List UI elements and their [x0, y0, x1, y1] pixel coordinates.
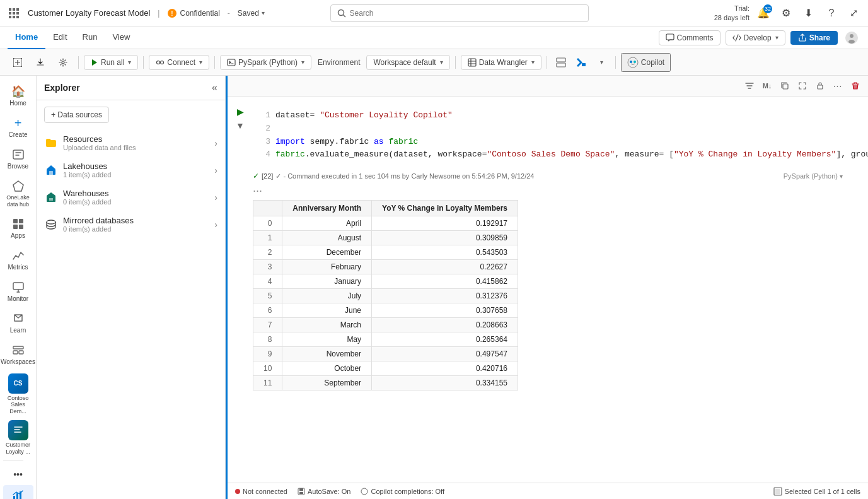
table-cell-value: 0.543503: [372, 245, 518, 260]
comments-button[interactable]: Comments: [659, 30, 720, 45]
vscode-dropdown-button[interactable]: ▾: [593, 54, 610, 71]
table-cell-index: 11: [253, 376, 282, 390]
nav-item-create[interactable]: + Create: [3, 112, 33, 143]
cell-view-button[interactable]: [552, 54, 570, 71]
app-title: Customer Loyalty Forecast Model: [28, 8, 150, 18]
table-cell-value: 0.192917: [372, 216, 518, 231]
table-cell-month: October: [282, 361, 372, 376]
table-cell-month: November: [282, 347, 372, 361]
execution-status: ✓ [22] ✓ - Command executed in 1 sec 104…: [253, 172, 534, 180]
explorer-item-lakehouses[interactable]: Lakehouses 1 item(s) added ›: [37, 156, 225, 184]
connect-button[interactable]: Connect ▾: [149, 55, 209, 70]
share-network-button[interactable]: ⤢: [845, 4, 863, 22]
search-bar[interactable]: [330, 4, 589, 22]
svg-rect-55: [775, 489, 780, 494]
nav-active-notebook[interactable]: Customer Loyalty ...: [3, 418, 33, 458]
cell-markdown-button[interactable]: M↓: [760, 78, 775, 93]
environment-label: Environment: [314, 58, 364, 67]
nav-item-workspaces[interactable]: Workspaces: [3, 339, 33, 370]
tab-run[interactable]: Run: [75, 26, 105, 49]
download-button[interactable]: ⬇: [800, 4, 818, 22]
toolbar: Run all ▾ Connect ▾ PySpark (Python) ▾ E…: [0, 49, 868, 76]
cell-run-controls: ▶ ▼: [228, 102, 253, 169]
nav-item-monitor[interactable]: Monitor: [3, 276, 33, 307]
collapse-explorer-button[interactable]: «: [212, 82, 217, 93]
table-cell-value: 0.497547: [372, 347, 518, 361]
user-profile-button[interactable]: [843, 29, 860, 47]
explorer-header: Explorer «: [37, 76, 225, 100]
table-cell-value: 0.22627: [372, 260, 518, 274]
data-wrangler-button[interactable]: Data Wrangler ▾: [461, 55, 541, 70]
table-row: 0 April 0.192917: [253, 216, 518, 231]
tab-view[interactable]: View: [105, 26, 137, 49]
settings-notebook-button[interactable]: [53, 55, 73, 70]
nav-item-analyze[interactable]: Analyze: [3, 485, 33, 499]
metrics-icon: [11, 249, 25, 262]
resources-folder-icon: [44, 136, 58, 150]
table-cell-value: 0.415862: [372, 274, 518, 289]
workspace-button[interactable]: Workspace default ▾: [366, 55, 449, 70]
toolbar-divider-3: [214, 56, 215, 69]
output-table: Anniversary Month YoY % Change in Loyalt…: [253, 200, 518, 390]
table-row: 6 June 0.307658: [253, 303, 518, 318]
waffle-menu-button[interactable]: [5, 4, 23, 22]
settings-button[interactable]: ⚙: [777, 4, 795, 22]
toolbar-divider-4: [455, 56, 456, 69]
svg-point-15: [850, 34, 854, 38]
svg-rect-44: [49, 171, 53, 175]
code-editor[interactable]: 1 dataset= "Customer Loyality Copilot" 2…: [253, 102, 868, 169]
cell-delete-button[interactable]: [848, 78, 863, 93]
add-cell-button[interactable]: [8, 55, 28, 70]
nav-item-learn[interactable]: Learn: [3, 308, 33, 338]
workspace-dropdown-arrow: ▾: [440, 59, 443, 66]
connection-dot: [235, 489, 240, 494]
nav-workspace-contoso[interactable]: CS Contoso Sales Dem...: [3, 371, 33, 418]
nav-divider: [3, 461, 23, 461]
nav-item-home[interactable]: 🏠 Home: [3, 81, 33, 111]
table-cell-value: 0.334155: [372, 376, 518, 390]
pyspark-button[interactable]: PySpark (Python) ▾: [220, 55, 311, 70]
cell-copy-button[interactable]: [777, 78, 792, 93]
cell-more-button[interactable]: ···: [830, 78, 845, 93]
nav-item-metrics[interactable]: Metrics: [3, 245, 33, 275]
autosave-status: AutoSave: On: [298, 488, 351, 495]
notifications-button[interactable]: 🔔 32: [755, 4, 772, 22]
run-cell-button[interactable]: ▶: [234, 105, 246, 118]
tab-home[interactable]: Home: [8, 26, 45, 49]
run-all-button[interactable]: Run all ▾: [84, 55, 138, 70]
cell-format-button[interactable]: [742, 78, 757, 93]
cell-lock-button[interactable]: [813, 78, 828, 93]
data-sources-button[interactable]: + Data sources: [44, 107, 109, 123]
mirrored-chevron: ›: [214, 220, 217, 230]
table-cell-month: July: [282, 289, 372, 303]
active-notebook-icon: [8, 420, 28, 440]
more-output-button[interactable]: ···: [253, 184, 843, 197]
home-icon: 🏠: [11, 85, 25, 98]
help-button[interactable]: ?: [823, 4, 840, 22]
cell-expand-button[interactable]: [795, 78, 810, 93]
lakehouses-icon: [44, 163, 58, 177]
format-icon: [744, 81, 755, 91]
explorer-item-warehouses[interactable]: Warehouses 0 item(s) added ›: [37, 184, 225, 211]
share-button[interactable]: Share: [790, 31, 838, 45]
search-input[interactable]: [350, 9, 582, 18]
vscode-button[interactable]: [572, 54, 590, 71]
lakehouses-text: Lakehouses 1 item(s) added: [63, 161, 214, 179]
tab-edit[interactable]: Edit: [45, 26, 74, 49]
explorer-item-mirrored[interactable]: Mirrored databases 0 item(s) added ›: [37, 211, 225, 238]
nav-item-apps[interactable]: Apps: [3, 213, 33, 244]
nav-item-onelake[interactable]: OneLake data hub: [3, 175, 33, 212]
nav-item-more[interactable]: •••: [3, 464, 33, 485]
table-cell-value: 0.265364: [372, 332, 518, 347]
move-down-button[interactable]: ▼: [234, 119, 246, 132]
copilot-button[interactable]: Copilot: [621, 53, 671, 72]
create-icon: +: [11, 116, 25, 130]
saved-indicator[interactable]: Saved ▾: [238, 9, 265, 18]
connect-dropdown-arrow: ▾: [199, 59, 202, 66]
autosave-icon: [298, 488, 305, 495]
nav-item-browse[interactable]: Browse: [3, 144, 33, 174]
svg-rect-35: [19, 225, 23, 229]
develop-button[interactable]: Develop ▾: [726, 30, 785, 45]
explorer-item-resources[interactable]: Resources Uploaded data and files ›: [37, 129, 225, 156]
download-notebook-button[interactable]: [30, 55, 50, 70]
